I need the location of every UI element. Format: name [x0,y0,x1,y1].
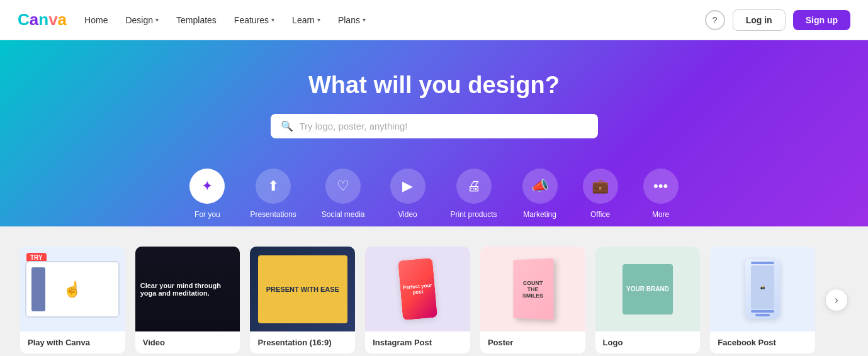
card-label-poster: Poster [480,331,585,353]
category-label-office: Office [590,210,610,219]
category-item-social-media[interactable]: ♡ Social media [309,161,378,226]
card-image-logo: YOUR BRAND [595,247,701,331]
hero-section: What will you design? 🔍 ✦ For you ⬆ Pres… [0,40,868,226]
help-button[interactable]: ? [705,10,725,30]
nav-item-learn[interactable]: Learn ▾ [292,15,320,25]
nav-item-plans[interactable]: Plans ▾ [338,15,366,25]
search-icon: 🔍 [281,120,293,132]
category-item-office[interactable]: 💼 Office [570,161,631,226]
category-label-social-media: Social media [322,210,365,219]
chevron-down-icon: ▾ [317,16,320,23]
nav-right: ? Log in Sign up [705,9,850,31]
canva-logo[interactable]: Canva [18,10,67,30]
card-label-presentation: Presentation (16:9) [250,331,355,353]
login-button[interactable]: Log in [733,9,786,31]
category-icon-video: ▶ [390,169,426,204]
chevron-down-icon: ▾ [271,16,274,23]
category-icon-office: 💼 [583,169,618,204]
chevron-down-icon: ▾ [363,16,366,23]
category-item-print-products[interactable]: 🖨 Print products [438,161,510,226]
card-logo[interactable]: YOUR BRAND Logo [595,247,701,353]
nav-left: Canva Home Design ▾ Templates Features ▾… [18,10,366,30]
card-image-video: Clear your mind through yoga and meditat… [135,247,240,331]
category-icon-for-you: ✦ [189,169,225,204]
category-icon-social-media: ♡ [325,169,361,204]
card-play-with-canva[interactable]: TRY ☝ Play with Canva [20,247,125,353]
category-icon-more: ••• [643,169,679,204]
category-icon-print-products: 🖨 [456,169,492,204]
nav-item-features[interactable]: Features ▾ [234,15,274,25]
category-label-print-products: Print products [451,210,497,219]
chevron-right-icon: › [835,294,838,306]
search-bar: 🔍 [271,114,598,138]
category-item-presentations[interactable]: ⬆ Presentations [237,161,308,226]
card-instagram-post[interactable]: Perfect your post Instagram Post [365,247,470,353]
next-arrow-button[interactable]: › [825,289,848,311]
card-poster[interactable]: COUNT THE SMILES Poster [480,247,585,353]
card-label-logo: Logo [595,331,701,353]
category-item-video[interactable]: ▶ Video [378,161,438,226]
card-image-poster: COUNT THE SMILES [480,247,585,331]
card-image-facebook-post: 📸 [710,247,815,331]
cards-row: TRY ☝ Play with Canva Clear your mind th… [20,247,848,353]
card-presentation[interactable]: PRESENT WITH EASE Presentation (16:9) [250,247,355,353]
category-item-for-you[interactable]: ✦ For you [177,161,237,226]
category-label-for-you: For you [194,210,220,219]
category-row: ✦ For you ⬆ Presentations ♡ Social media… [13,161,855,226]
cursor-icon: ☝ [63,281,82,298]
card-facebook-post[interactable]: 📸 Facebook Post [710,247,815,353]
category-label-more: More [652,210,669,219]
card-label-play-with-canva: Play with Canva [20,331,125,353]
card-image-presentation: PRESENT WITH EASE [250,247,355,331]
signup-button[interactable]: Sign up [793,10,850,30]
chevron-down-icon: ▾ [155,16,159,23]
category-label-presentations: Presentations [250,210,296,219]
category-item-more[interactable]: ••• More [631,161,691,226]
category-icon-marketing: 📣 [522,169,558,204]
card-video[interactable]: Clear your mind through yoga and meditat… [135,247,240,353]
nav-item-templates[interactable]: Templates [176,15,217,25]
category-label-marketing: Marketing [523,210,556,219]
card-image-instagram-post: Perfect your post [365,247,470,331]
nav-item-design[interactable]: Design ▾ [125,15,159,25]
category-item-marketing[interactable]: 📣 Marketing [510,161,570,226]
nav-item-home[interactable]: Home [84,15,108,25]
hero-title: What will you design? [13,72,855,99]
search-input[interactable] [300,121,588,131]
card-label-video: Video [135,331,240,353]
category-icon-presentations: ⬆ [256,169,291,204]
navbar: Canva Home Design ▾ Templates Features ▾… [0,0,868,40]
card-label-instagram-post: Instagram Post [365,331,470,353]
content-area: TRY ☝ Play with Canva Clear your mind th… [0,226,868,356]
card-label-facebook-post: Facebook Post [710,331,815,353]
category-label-video: Video [398,210,417,219]
